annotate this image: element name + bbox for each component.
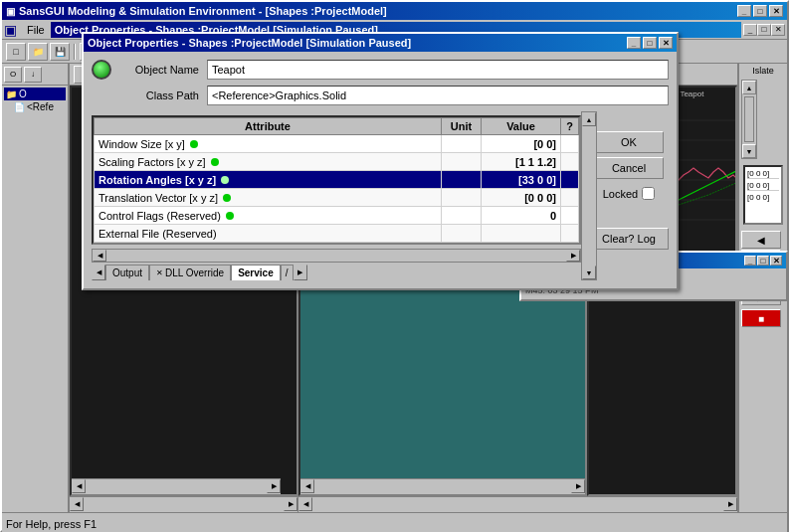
info-val3: [0 0 0] bbox=[747, 193, 779, 202]
object-properties-dialog: Object Properties - Shapes :ProjectModel… bbox=[82, 32, 679, 290]
status-bar: For Help, press F1 bbox=[2, 512, 787, 532]
props-table-wrapper: Attribute Unit Value ? Window Size [x y] bbox=[92, 111, 581, 280]
new-btn[interactable]: □ bbox=[6, 43, 26, 61]
locked-checkbox[interactable] bbox=[642, 187, 655, 200]
left-tb2[interactable]: ↓ bbox=[24, 67, 42, 83]
col-attribute: Attribute bbox=[95, 118, 442, 135]
close-button[interactable]: ✕ bbox=[769, 5, 783, 17]
file-menu[interactable]: File bbox=[21, 22, 51, 38]
maximize-button[interactable]: □ bbox=[753, 5, 767, 17]
tab-output[interactable]: Output bbox=[105, 265, 149, 280]
sim-min-btn[interactable]: _ bbox=[744, 256, 756, 266]
val-translation: [0 0 0] bbox=[482, 189, 561, 207]
unit-control bbox=[442, 207, 482, 225]
tree-item-o[interactable]: 📁 O bbox=[4, 88, 66, 100]
toolbar-sep1 bbox=[74, 44, 76, 60]
col-unit: Unit bbox=[442, 118, 482, 135]
dialog-max-btn[interactable]: □ bbox=[643, 37, 657, 49]
left-tb1[interactable]: O bbox=[4, 67, 22, 83]
cancel-button[interactable]: Cancel bbox=[594, 157, 664, 179]
scroll-down-btn[interactable]: ▼ bbox=[742, 144, 756, 158]
tree-label-refe: <Refe bbox=[27, 101, 54, 112]
object-name-row: Object Name bbox=[92, 60, 669, 80]
tab-prev-btn[interactable]: ◀ bbox=[92, 265, 105, 280]
right-scrollbar[interactable]: ▲ ▼ bbox=[741, 80, 757, 159]
h-scrollbar-center[interactable]: ◀ ▶ bbox=[300, 478, 585, 494]
open-btn[interactable]: 📁 bbox=[28, 43, 48, 61]
table-row[interactable]: Translation Vector [x y z] [0 0 0] bbox=[95, 189, 579, 207]
q-external bbox=[561, 225, 579, 243]
unit-translation bbox=[442, 189, 482, 207]
hscroll-left[interactable]: ◀ bbox=[93, 250, 106, 262]
dialog-close-btn[interactable]: ✕ bbox=[771, 24, 785, 36]
tab-next-btn[interactable]: ▶ bbox=[294, 265, 307, 280]
tree-label-o: O bbox=[19, 89, 27, 99]
stop-btn-container: ■ bbox=[739, 307, 787, 329]
bottom-scroll-left[interactable]: ◀ ▶ bbox=[70, 497, 298, 512]
val-external bbox=[482, 225, 561, 243]
table-hscrollbar[interactable]: ◀ ▶ bbox=[92, 249, 581, 263]
clear-log-button[interactable]: Clear? Log bbox=[589, 228, 669, 250]
tab-service[interactable]: Service bbox=[231, 265, 281, 280]
props-table-container: Attribute Unit Value ? Window Size [x y] bbox=[92, 115, 581, 245]
val-scaling: [1 1 1.2] bbox=[482, 153, 561, 171]
object-name-label: Object Name bbox=[119, 64, 199, 76]
props-table: Attribute Unit Value ? Window Size [x y] bbox=[94, 117, 579, 243]
scroll-thumb[interactable] bbox=[744, 96, 754, 142]
dialog-title-buttons: _ □ ✕ bbox=[627, 37, 673, 49]
dialog-maximize-btn[interactable]: □ bbox=[757, 24, 771, 36]
vscroll-down[interactable]: ▼ bbox=[582, 266, 596, 279]
tab-slash: / bbox=[281, 265, 294, 280]
right-info-box: [0 0 0] [0 0 0] [0 0 0] bbox=[743, 165, 783, 225]
table-vscrollbar[interactable]: ▲ ▼ bbox=[581, 111, 597, 280]
attr-window-size: Window Size [x y] bbox=[95, 135, 442, 153]
h-scrollbar-left[interactable]: ◀ ▶ bbox=[72, 478, 281, 494]
table-row[interactable]: Window Size [x y] [0 0] bbox=[95, 135, 579, 153]
sim-close-btn[interactable]: ✕ bbox=[770, 256, 782, 266]
dialog-body: Object Name Class Path Attribu bbox=[84, 52, 677, 288]
hscroll-track bbox=[106, 250, 566, 262]
val-window-size: [0 0] bbox=[482, 135, 561, 153]
status-indicator bbox=[92, 60, 111, 80]
table-buttons-layout: Attribute Unit Value ? Window Size [x y] bbox=[92, 111, 669, 280]
dialog-x-btn[interactable]: ✕ bbox=[659, 37, 673, 49]
green-dot-5 bbox=[226, 212, 234, 220]
stop-btn[interactable]: ■ bbox=[741, 309, 781, 327]
object-name-input[interactable] bbox=[207, 60, 669, 80]
q-window-size bbox=[561, 135, 579, 153]
title-bar: ▣ SansGUI Modeling & Simulation Environm… bbox=[2, 2, 787, 20]
dialog-min-btn[interactable]: _ bbox=[627, 37, 641, 49]
dialog-action-buttons: OK Cancel Locked Clear? Log bbox=[589, 111, 669, 280]
dialog-title-bar: Object Properties - Shapes :ProjectModel… bbox=[84, 34, 677, 52]
tree-icon-o: 📁 bbox=[6, 89, 17, 99]
class-path-label: Class Path bbox=[119, 89, 199, 101]
tab-dll-override[interactable]: ✕ DLL Override bbox=[149, 265, 231, 280]
bottom-scroll-right[interactable]: ◀ ▶ bbox=[298, 497, 737, 512]
left-panel: O ↓ 📁 O 📄 <Refe bbox=[2, 64, 70, 512]
scroll-up-btn[interactable]: ▲ bbox=[742, 81, 756, 94]
tree-item-refe[interactable]: 📄 <Refe bbox=[4, 100, 66, 113]
locked-row: Locked bbox=[603, 187, 655, 200]
status-text: For Help, press F1 bbox=[6, 518, 97, 530]
minimize-button[interactable]: _ bbox=[737, 5, 751, 17]
green-dot-1 bbox=[190, 140, 198, 148]
translate-label: Islate bbox=[739, 64, 787, 78]
tab-dll-icon: ✕ bbox=[156, 268, 163, 277]
save-btn[interactable]: 💾 bbox=[50, 43, 70, 61]
table-row-selected[interactable]: Rotation Angles [x y z] [33 0 0] bbox=[95, 171, 579, 189]
title-bar-buttons: _ □ ✕ bbox=[737, 5, 783, 17]
info-val2: [0 0 0] bbox=[747, 181, 779, 191]
nav-left-btn[interactable]: ◀ bbox=[741, 231, 781, 249]
vscroll-up[interactable]: ▲ bbox=[582, 112, 596, 126]
attr-translation: Translation Vector [x y z] bbox=[95, 189, 442, 207]
class-path-input[interactable] bbox=[207, 86, 669, 105]
ok-button[interactable]: OK bbox=[594, 131, 664, 153]
table-row[interactable]: Scaling Factors [x y z] [1 1 1.2] bbox=[95, 153, 579, 171]
green-dot-3 bbox=[221, 176, 229, 184]
hscroll-right[interactable]: ▶ bbox=[566, 250, 580, 262]
dialog-minimize-btn[interactable]: _ bbox=[743, 24, 757, 36]
green-dot-2 bbox=[211, 158, 219, 166]
table-row[interactable]: Control Flags (Reserved) 0 bbox=[95, 207, 579, 225]
sim-max-btn[interactable]: □ bbox=[757, 256, 769, 266]
table-row[interactable]: External File (Reserved) bbox=[95, 225, 579, 243]
